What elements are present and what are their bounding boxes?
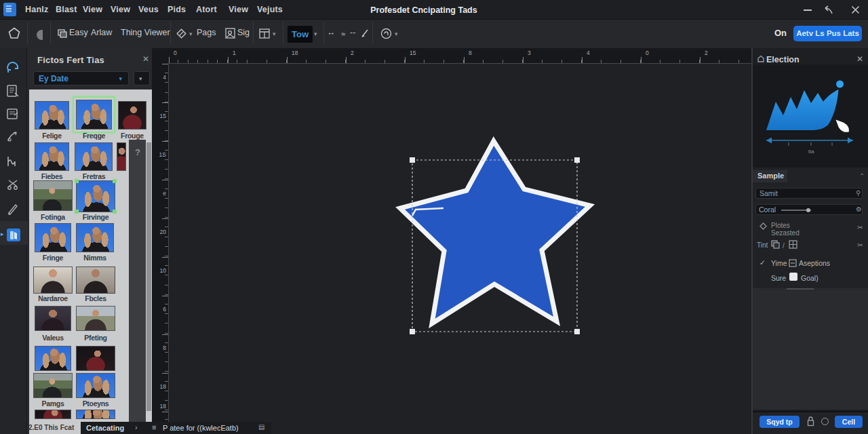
svg-text:tia: tia: [808, 149, 814, 155]
